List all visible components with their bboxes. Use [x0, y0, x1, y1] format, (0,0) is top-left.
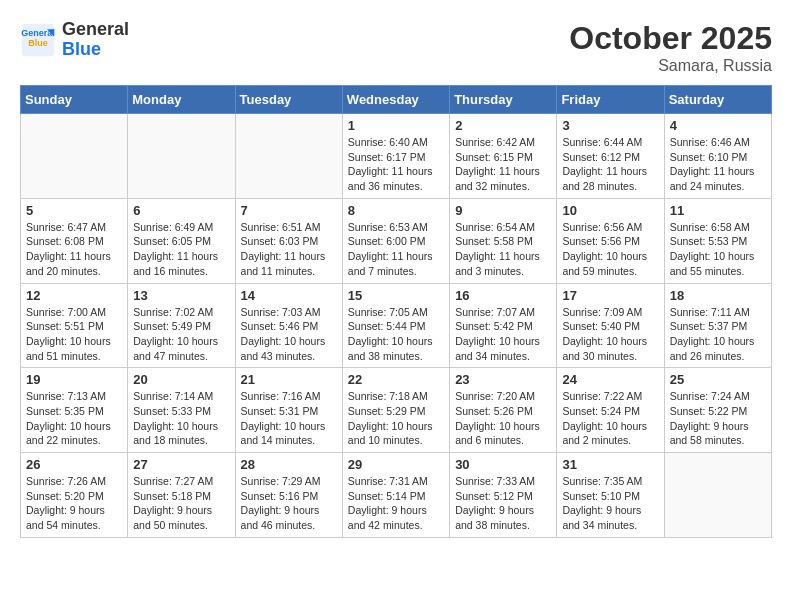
day-info: Sunrise: 6:47 AM Sunset: 6:08 PM Dayligh…: [26, 220, 122, 279]
day-number: 6: [133, 203, 229, 218]
calendar-table: SundayMondayTuesdayWednesdayThursdayFrid…: [20, 85, 772, 538]
day-number: 7: [241, 203, 337, 218]
weekday-friday: Friday: [557, 86, 664, 114]
day-info: Sunrise: 7:11 AM Sunset: 5:37 PM Dayligh…: [670, 305, 766, 364]
calendar-cell: 13Sunrise: 7:02 AM Sunset: 5:49 PM Dayli…: [128, 283, 235, 368]
calendar-cell: 30Sunrise: 7:33 AM Sunset: 5:12 PM Dayli…: [450, 453, 557, 538]
calendar-cell: 29Sunrise: 7:31 AM Sunset: 5:14 PM Dayli…: [342, 453, 449, 538]
day-info: Sunrise: 7:26 AM Sunset: 5:20 PM Dayligh…: [26, 474, 122, 533]
day-number: 26: [26, 457, 122, 472]
calendar-week-2: 5Sunrise: 6:47 AM Sunset: 6:08 PM Daylig…: [21, 198, 772, 283]
day-info: Sunrise: 7:20 AM Sunset: 5:26 PM Dayligh…: [455, 389, 551, 448]
calendar-cell: 26Sunrise: 7:26 AM Sunset: 5:20 PM Dayli…: [21, 453, 128, 538]
day-info: Sunrise: 6:46 AM Sunset: 6:10 PM Dayligh…: [670, 135, 766, 194]
day-number: 27: [133, 457, 229, 472]
day-number: 21: [241, 372, 337, 387]
day-info: Sunrise: 7:02 AM Sunset: 5:49 PM Dayligh…: [133, 305, 229, 364]
calendar-cell: 3Sunrise: 6:44 AM Sunset: 6:12 PM Daylig…: [557, 114, 664, 199]
svg-text:Blue: Blue: [28, 38, 48, 48]
day-info: Sunrise: 7:16 AM Sunset: 5:31 PM Dayligh…: [241, 389, 337, 448]
day-number: 31: [562, 457, 658, 472]
day-number: 10: [562, 203, 658, 218]
weekday-saturday: Saturday: [664, 86, 771, 114]
calendar-cell: 27Sunrise: 7:27 AM Sunset: 5:18 PM Dayli…: [128, 453, 235, 538]
calendar-cell: 2Sunrise: 6:42 AM Sunset: 6:15 PM Daylig…: [450, 114, 557, 199]
day-number: 1: [348, 118, 444, 133]
day-number: 16: [455, 288, 551, 303]
day-info: Sunrise: 6:44 AM Sunset: 6:12 PM Dayligh…: [562, 135, 658, 194]
calendar-cell: 20Sunrise: 7:14 AM Sunset: 5:33 PM Dayli…: [128, 368, 235, 453]
logo: General Blue General Blue: [20, 20, 129, 60]
day-info: Sunrise: 7:07 AM Sunset: 5:42 PM Dayligh…: [455, 305, 551, 364]
day-number: 28: [241, 457, 337, 472]
day-info: Sunrise: 7:05 AM Sunset: 5:44 PM Dayligh…: [348, 305, 444, 364]
calendar-cell: 22Sunrise: 7:18 AM Sunset: 5:29 PM Dayli…: [342, 368, 449, 453]
calendar-cell: [21, 114, 128, 199]
calendar-cell: 1Sunrise: 6:40 AM Sunset: 6:17 PM Daylig…: [342, 114, 449, 199]
calendar-cell: 5Sunrise: 6:47 AM Sunset: 6:08 PM Daylig…: [21, 198, 128, 283]
header: General Blue General Blue October 2025 S…: [20, 20, 772, 75]
day-info: Sunrise: 7:18 AM Sunset: 5:29 PM Dayligh…: [348, 389, 444, 448]
month-title: October 2025: [569, 20, 772, 57]
day-info: Sunrise: 7:09 AM Sunset: 5:40 PM Dayligh…: [562, 305, 658, 364]
day-number: 4: [670, 118, 766, 133]
day-number: 9: [455, 203, 551, 218]
day-number: 2: [455, 118, 551, 133]
weekday-monday: Monday: [128, 86, 235, 114]
calendar-cell: 12Sunrise: 7:00 AM Sunset: 5:51 PM Dayli…: [21, 283, 128, 368]
calendar-cell: 11Sunrise: 6:58 AM Sunset: 5:53 PM Dayli…: [664, 198, 771, 283]
calendar-cell: 17Sunrise: 7:09 AM Sunset: 5:40 PM Dayli…: [557, 283, 664, 368]
calendar-cell: 8Sunrise: 6:53 AM Sunset: 6:00 PM Daylig…: [342, 198, 449, 283]
calendar-cell: 9Sunrise: 6:54 AM Sunset: 5:58 PM Daylig…: [450, 198, 557, 283]
day-number: 11: [670, 203, 766, 218]
day-info: Sunrise: 7:33 AM Sunset: 5:12 PM Dayligh…: [455, 474, 551, 533]
day-info: Sunrise: 7:00 AM Sunset: 5:51 PM Dayligh…: [26, 305, 122, 364]
day-info: Sunrise: 7:13 AM Sunset: 5:35 PM Dayligh…: [26, 389, 122, 448]
day-info: Sunrise: 7:29 AM Sunset: 5:16 PM Dayligh…: [241, 474, 337, 533]
calendar-cell: 10Sunrise: 6:56 AM Sunset: 5:56 PM Dayli…: [557, 198, 664, 283]
day-info: Sunrise: 7:27 AM Sunset: 5:18 PM Dayligh…: [133, 474, 229, 533]
calendar-cell: 25Sunrise: 7:24 AM Sunset: 5:22 PM Dayli…: [664, 368, 771, 453]
calendar-week-1: 1Sunrise: 6:40 AM Sunset: 6:17 PM Daylig…: [21, 114, 772, 199]
calendar-cell: 4Sunrise: 6:46 AM Sunset: 6:10 PM Daylig…: [664, 114, 771, 199]
weekday-tuesday: Tuesday: [235, 86, 342, 114]
location: Samara, Russia: [569, 57, 772, 75]
day-number: 23: [455, 372, 551, 387]
day-number: 12: [26, 288, 122, 303]
calendar-cell: 19Sunrise: 7:13 AM Sunset: 5:35 PM Dayli…: [21, 368, 128, 453]
day-info: Sunrise: 7:03 AM Sunset: 5:46 PM Dayligh…: [241, 305, 337, 364]
calendar-cell: 14Sunrise: 7:03 AM Sunset: 5:46 PM Dayli…: [235, 283, 342, 368]
day-number: 17: [562, 288, 658, 303]
day-info: Sunrise: 6:56 AM Sunset: 5:56 PM Dayligh…: [562, 220, 658, 279]
day-number: 30: [455, 457, 551, 472]
day-info: Sunrise: 7:35 AM Sunset: 5:10 PM Dayligh…: [562, 474, 658, 533]
calendar-cell: 7Sunrise: 6:51 AM Sunset: 6:03 PM Daylig…: [235, 198, 342, 283]
weekday-wednesday: Wednesday: [342, 86, 449, 114]
day-info: Sunrise: 6:49 AM Sunset: 6:05 PM Dayligh…: [133, 220, 229, 279]
calendar-cell: 15Sunrise: 7:05 AM Sunset: 5:44 PM Dayli…: [342, 283, 449, 368]
day-number: 8: [348, 203, 444, 218]
calendar-cell: 6Sunrise: 6:49 AM Sunset: 6:05 PM Daylig…: [128, 198, 235, 283]
logo-icon: General Blue: [20, 22, 56, 58]
logo-text: General Blue: [62, 20, 129, 60]
day-number: 3: [562, 118, 658, 133]
calendar-cell: [235, 114, 342, 199]
weekday-thursday: Thursday: [450, 86, 557, 114]
day-info: Sunrise: 6:58 AM Sunset: 5:53 PM Dayligh…: [670, 220, 766, 279]
day-info: Sunrise: 6:42 AM Sunset: 6:15 PM Dayligh…: [455, 135, 551, 194]
calendar-cell: [128, 114, 235, 199]
calendar-cell: 18Sunrise: 7:11 AM Sunset: 5:37 PM Dayli…: [664, 283, 771, 368]
calendar-cell: 31Sunrise: 7:35 AM Sunset: 5:10 PM Dayli…: [557, 453, 664, 538]
calendar-cell: 28Sunrise: 7:29 AM Sunset: 5:16 PM Dayli…: [235, 453, 342, 538]
calendar-week-3: 12Sunrise: 7:00 AM Sunset: 5:51 PM Dayli…: [21, 283, 772, 368]
weekday-header-row: SundayMondayTuesdayWednesdayThursdayFrid…: [21, 86, 772, 114]
day-number: 19: [26, 372, 122, 387]
weekday-sunday: Sunday: [21, 86, 128, 114]
day-info: Sunrise: 7:31 AM Sunset: 5:14 PM Dayligh…: [348, 474, 444, 533]
day-info: Sunrise: 6:54 AM Sunset: 5:58 PM Dayligh…: [455, 220, 551, 279]
calendar-cell: 16Sunrise: 7:07 AM Sunset: 5:42 PM Dayli…: [450, 283, 557, 368]
calendar-cell: [664, 453, 771, 538]
day-info: Sunrise: 6:53 AM Sunset: 6:00 PM Dayligh…: [348, 220, 444, 279]
day-number: 20: [133, 372, 229, 387]
calendar-cell: 21Sunrise: 7:16 AM Sunset: 5:31 PM Dayli…: [235, 368, 342, 453]
